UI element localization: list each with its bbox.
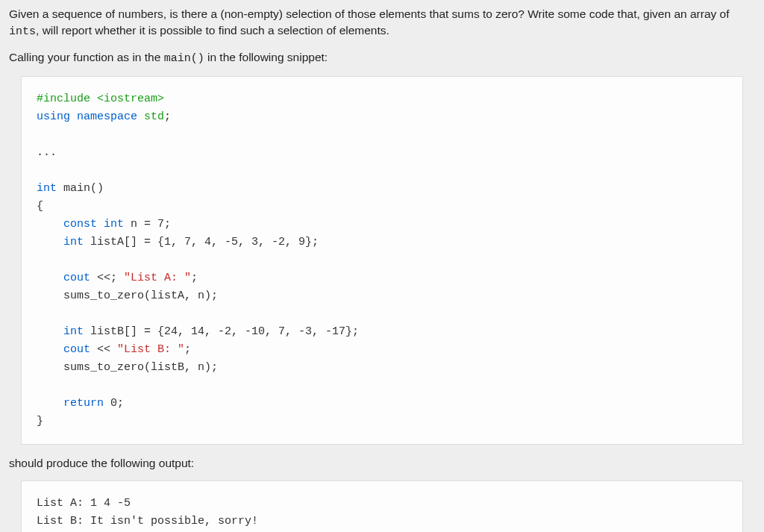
string-literal-a: "List A: " <box>124 272 191 284</box>
problem-paragraph-2: Calling your function as in the main() i… <box>9 49 755 67</box>
punct: ; <box>191 272 198 284</box>
include-header: <iostream> <box>97 93 164 105</box>
cout: cout <box>63 272 90 284</box>
insertion-op: <<; <box>90 272 124 284</box>
ellipsis: ... <box>37 146 57 159</box>
n-value: 7 <box>157 218 164 231</box>
text: Calling your function as in the <box>9 51 164 63</box>
string-literal-b: "List B: " <box>117 343 184 356</box>
output-line-1: List A: 1 4 -5 <box>37 497 131 510</box>
call-b: (listB, n); <box>144 361 218 374</box>
call-a: (listA, n); <box>144 290 218 302</box>
kw-int: int <box>63 236 84 248</box>
kw-int: int <box>37 182 57 195</box>
listA-decl: listA[] = { <box>84 236 164 248</box>
rbrace: } <box>37 415 43 428</box>
punct: }; <box>305 236 319 248</box>
text: Given a sequence of numbers, is there a … <box>9 7 730 20</box>
text: , will report whether it is possible to … <box>36 24 389 37</box>
fn-sums-to-zero: sums_to_zero <box>63 290 144 302</box>
kw-using: using <box>37 110 70 123</box>
punct: }; <box>345 325 359 338</box>
cout: cout <box>63 343 90 356</box>
inline-code-main: main() <box>164 52 204 65</box>
lbrace: { <box>37 200 43 213</box>
kw-int: int <box>104 218 124 231</box>
preproc-include: #include <box>37 93 97 105</box>
text: in the following snippet: <box>204 51 328 63</box>
n-decl: n = <box>124 218 157 231</box>
ns-std: std <box>144 110 164 123</box>
punct: ; <box>164 218 171 231</box>
kw-return: return <box>63 397 104 410</box>
punct: ; <box>164 110 171 123</box>
text: should produce the following output: <box>9 457 194 469</box>
fn-main: main <box>63 182 90 195</box>
kw-namespace: namespace <box>77 110 137 123</box>
expected-output: List A: 1 4 -5 List B: It isn't possible… <box>21 481 743 532</box>
kw-int: int <box>63 325 84 338</box>
punct: ; <box>184 343 191 356</box>
mid-paragraph: should produce the following output: <box>9 455 755 472</box>
fn-sums-to-zero: sums_to_zero <box>63 361 144 374</box>
page-content: Given a sequence of numbers, is there a … <box>0 0 764 532</box>
inline-code-ints: ints <box>9 25 36 38</box>
listA-values: 1, 7, 4, -5, 3, -2, 9 <box>164 236 305 248</box>
kw-const: const <box>63 218 97 231</box>
listB-decl: listB[] = { <box>84 325 164 338</box>
return-val: 0; <box>104 397 124 410</box>
listB-values: 24, 14, -2, -10, 7, -3, -17 <box>164 325 345 338</box>
parens: () <box>90 182 104 195</box>
problem-paragraph-1: Given a sequence of numbers, is there a … <box>9 6 755 40</box>
code-snippet-main: #include <iostream> using namespace std;… <box>21 76 743 445</box>
insertion-op: << <box>90 343 117 356</box>
output-line-2: List B: It isn't possible, sorry! <box>37 515 258 528</box>
